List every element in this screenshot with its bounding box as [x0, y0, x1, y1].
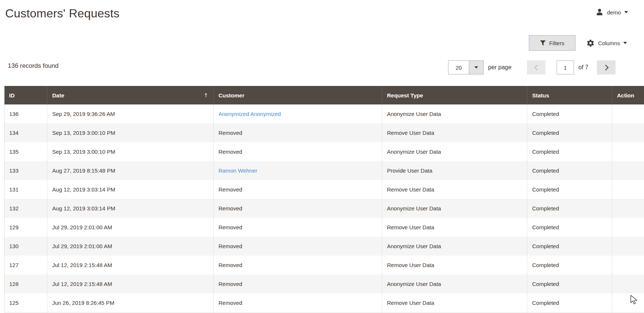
cell-id: 131: [4, 180, 47, 199]
column-header-status[interactable]: Status: [527, 86, 612, 104]
cell-customer: Removed: [214, 199, 382, 218]
cell-id: 129: [4, 218, 47, 237]
chevron-down-icon: [624, 11, 628, 13]
records-count: 136 records found: [8, 62, 59, 70]
filters-button-label: Filters: [549, 40, 564, 46]
column-header-action[interactable]: Action: [612, 86, 644, 104]
cell-action: [612, 218, 644, 237]
table-row: 125 Jun 26, 2019 8:26:45 PM Removed Remo…: [4, 293, 644, 312]
cell-id: 133: [4, 161, 47, 180]
cell-date: Sep 13, 2019 3:00:10 PM: [47, 123, 214, 142]
cell-action: [612, 274, 644, 293]
total-pages-label: of 7: [578, 60, 588, 74]
cell-customer: Removed: [214, 293, 382, 312]
cell-customer: Removed: [214, 237, 382, 256]
cell-action: [612, 237, 644, 256]
cell-status: Completed: [527, 142, 612, 161]
gear-icon: [586, 39, 595, 47]
cell-request-type: Anonymize User Data: [382, 104, 527, 123]
table-row: 127 Jul 12, 2019 2:15:48 AM Removed Remo…: [4, 256, 644, 274]
cell-date: Sep 13, 2019 3:00:10 PM: [47, 142, 214, 161]
filters-button[interactable]: Filters: [529, 35, 575, 51]
cell-id: 135: [4, 142, 47, 161]
cell-date: Jul 12, 2019 2:15:48 AM: [47, 274, 214, 293]
chevron-right-icon: [603, 64, 608, 70]
table-row: 136 Sep 29, 2019 9:36:26 AM Anonymized A…: [4, 104, 644, 123]
cell-date: Jun 26, 2019 8:26:45 PM: [47, 293, 214, 312]
cell-request-type: Anonymize User Data: [382, 274, 527, 293]
per-page-label: per page: [488, 60, 511, 74]
page-size-value: 20: [448, 61, 469, 74]
page-size-select[interactable]: 20: [448, 60, 484, 74]
cell-request-type: Provide User Data: [382, 161, 527, 180]
cell-date: Sep 29, 2019 9:36:26 AM: [47, 104, 214, 123]
cell-customer: Removed: [214, 256, 382, 274]
column-header-customer[interactable]: Customer: [214, 86, 382, 104]
cell-request-type: Remove User Data: [382, 218, 527, 237]
cell-action: [612, 142, 644, 161]
sort-ascending-icon: ↑: [204, 92, 208, 98]
table-row: 132 Aug 12, 2019 3:03:14 PM Removed Anon…: [4, 199, 644, 218]
customer-link[interactable]: Ramon Wehner: [218, 167, 257, 174]
cell-status: Completed: [527, 293, 612, 312]
cell-request-type: Anonymize User Data: [382, 199, 527, 218]
user-menu-label: demo: [607, 9, 621, 16]
cell-status: Completed: [527, 256, 612, 274]
cell-date: Jul 12, 2019 2:15:48 AM: [47, 256, 214, 274]
cell-customer: Removed: [214, 274, 382, 293]
user-menu[interactable]: demo: [595, 8, 628, 16]
cell-id: 130: [4, 237, 47, 256]
cell-customer: Ramon Wehner: [214, 161, 382, 180]
cell-date: Jul 29, 2019 2:01:00 AM: [47, 218, 214, 237]
column-header-date[interactable]: Date ↑: [47, 86, 214, 104]
chevron-down-icon: [623, 42, 627, 44]
cell-status: Completed: [527, 274, 612, 293]
columns-button[interactable]: Columns: [586, 35, 627, 51]
cell-status: Completed: [527, 218, 612, 237]
cell-customer: Anonymized Anonymized: [214, 104, 382, 123]
cell-action: [612, 293, 644, 312]
page-title: Customers' Requests: [5, 7, 120, 20]
cell-status: Completed: [527, 123, 612, 142]
cell-action: [612, 256, 644, 274]
cell-status: Completed: [527, 161, 612, 180]
next-page-button[interactable]: [597, 60, 615, 74]
cell-id: 132: [4, 199, 47, 218]
cell-status: Completed: [527, 180, 612, 199]
column-header-request-type[interactable]: Request Type: [382, 86, 527, 104]
table-row: 133 Aug 27, 2019 8:15:48 PM Ramon Wehner…: [4, 161, 644, 180]
cell-status: Completed: [527, 237, 612, 256]
cell-status: Completed: [527, 199, 612, 218]
previous-page-button[interactable]: [527, 60, 545, 74]
filter-funnel-icon: [540, 40, 546, 46]
columns-button-label: Columns: [598, 40, 620, 46]
cell-action: [612, 180, 644, 199]
cell-request-type: Remove User Data: [382, 293, 527, 312]
cell-request-type: Remove User Data: [382, 256, 527, 274]
table-row: 131 Aug 12, 2019 3:03:14 PM Removed Remo…: [4, 180, 644, 199]
cell-customer: Removed: [214, 218, 382, 237]
cell-request-type: Remove User Data: [382, 180, 527, 199]
requests-grid: ID Date ↑ Customer Request Type Status A…: [4, 86, 644, 313]
cell-customer: Removed: [214, 123, 382, 142]
column-header-id[interactable]: ID: [4, 86, 47, 104]
cell-id: 136: [4, 104, 47, 123]
cell-customer: Removed: [214, 142, 382, 161]
customers-requests-page: Customers' Requests demo Filters Columns…: [0, 0, 644, 313]
customer-link[interactable]: Anonymized Anonymized: [218, 111, 281, 117]
table-row: 129 Jul 29, 2019 2:01:00 AM Removed Remo…: [4, 218, 644, 237]
current-page-input[interactable]: [557, 60, 574, 74]
cell-action: [612, 104, 644, 123]
cell-action: [612, 161, 644, 180]
cell-status: Completed: [527, 104, 612, 123]
cell-id: 128: [4, 274, 47, 293]
cell-action: [612, 199, 644, 218]
cell-date: Aug 27, 2019 8:15:48 PM: [47, 161, 214, 180]
table-row: 134 Sep 13, 2019 3:00:10 PM Removed Remo…: [4, 123, 644, 142]
mouse-cursor: [630, 295, 638, 304]
page-size-dropdown-button[interactable]: [469, 61, 483, 74]
user-avatar-icon: [595, 8, 604, 16]
table-row: 130 Jul 29, 2019 2:01:00 AM Removed Anon…: [4, 237, 644, 256]
cell-id: 134: [4, 123, 47, 142]
cell-request-type: Anonymize User Data: [382, 237, 527, 256]
